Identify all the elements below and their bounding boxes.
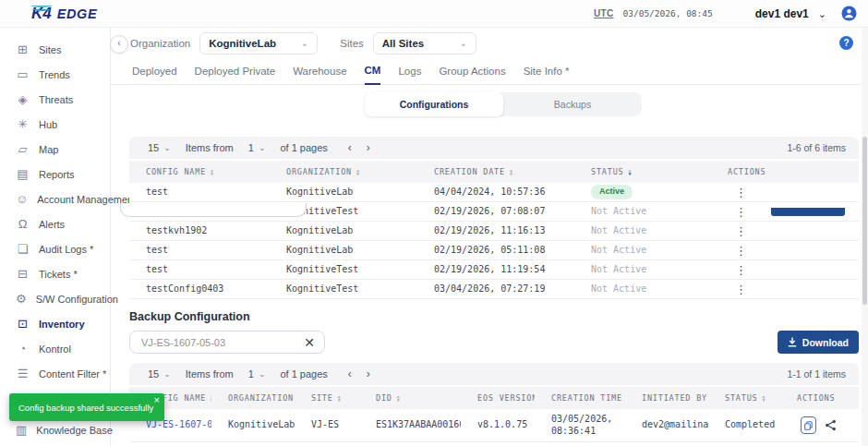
- knowledge-base-icon: ▥: [16, 423, 27, 437]
- download-icon: [788, 337, 797, 347]
- column-header: STATUS▲▼: [574, 167, 711, 176]
- tab-site-info[interactable]: Site Info *: [524, 66, 570, 84]
- download-button[interactable]: Download: [778, 331, 859, 354]
- help-icon[interactable]: ?: [839, 36, 853, 50]
- sidebar-item-hub[interactable]: ✳ Hub: [0, 112, 110, 137]
- share-icon[interactable]: [825, 419, 837, 431]
- status-cell: Not Active: [574, 283, 711, 295]
- header-datetime: 03/05/2026, 08:45: [623, 8, 713, 18]
- sidebar-item-trends[interactable]: ▭ Trends: [0, 62, 110, 87]
- sidebar-item-threats[interactable]: ◈ Threats: [0, 87, 110, 112]
- status-cell: Not Active: [574, 225, 711, 237]
- toast-close-icon[interactable]: ×: [154, 394, 160, 405]
- sort-icon[interactable]: ▲▼: [356, 168, 360, 176]
- kebab-menu-icon[interactable]: ⋮: [711, 186, 859, 199]
- status-cell: Active: [574, 185, 711, 199]
- sidebar-item-audit-logs[interactable]: ❏ Audit Logs *: [0, 236, 110, 261]
- tab-bar: DeployedDeployed PrivateWarehouseCMLogsG…: [111, 59, 868, 85]
- grid-icon: ⊞: [16, 42, 30, 56]
- tab-warehouse[interactable]: Warehouse: [293, 66, 346, 84]
- tab-cm[interactable]: CM: [365, 65, 381, 85]
- sort-icon[interactable]: ▲▼: [763, 394, 766, 403]
- sites-select[interactable]: All Sites ⌄: [373, 32, 476, 54]
- copy-icon[interactable]: [801, 416, 816, 434]
- prev-page-icon[interactable]: ‹: [348, 368, 352, 380]
- sites-label: Sites: [340, 38, 364, 49]
- backup-configuration-title: Backup Configuration: [129, 310, 859, 323]
- tab-deployed-private[interactable]: Deployed Private: [195, 66, 276, 84]
- ticket-icon: ⊟: [16, 267, 30, 281]
- backup-table-header: CONFIG NAME▲▼ORGANIZATION▲▼SITE▲▼DID▲▼EO…: [129, 385, 859, 409]
- tab-group-actions[interactable]: Group Actions: [439, 66, 505, 84]
- monitor-icon: ▭: [16, 67, 30, 81]
- sort-icon[interactable]: ▲▼: [510, 168, 513, 176]
- prev-page-icon[interactable]: ‹: [348, 142, 352, 153]
- sidebar-item-tickets[interactable]: ⊟ Tickets *: [0, 261, 110, 286]
- chevron-down-icon: ⌄: [301, 39, 308, 48]
- sort-icon[interactable]: ▲▼: [211, 168, 214, 176]
- tab-deployed[interactable]: Deployed: [132, 66, 177, 84]
- column-header: INITIATED BY▲▼: [625, 393, 708, 403]
- config-table-row: testConfig0403KognitiveTest03/04/2026, 0…: [129, 280, 859, 299]
- column-header: ORGANIZATION▲▼: [211, 393, 295, 403]
- clear-search-icon[interactable]: ✕: [295, 336, 324, 349]
- sidebar-item-s-w-configuration[interactable]: ⚙ S/W Configuration: [0, 286, 110, 311]
- organization-label: Organization: [130, 38, 190, 49]
- page-size-select[interactable]: 15⌄: [148, 368, 171, 380]
- subtab-configurations[interactable]: Configurations: [365, 92, 503, 116]
- sidebar-item-knowledge-base[interactable]: ▥ Knowledge Base: [0, 417, 110, 442]
- main-area: ‹ Organization KognitiveLab ⌄ Sites All …: [111, 28, 868, 446]
- kebab-menu-icon[interactable]: ⋮: [711, 263, 859, 277]
- subtab-backups[interactable]: Backups: [503, 92, 642, 116]
- column-header: CREATION DATE▲▼: [417, 167, 574, 176]
- sidebar-item-alerts[interactable]: Ω Alerts: [0, 211, 110, 236]
- utc-toggle[interactable]: UTC: [594, 8, 613, 18]
- config-table-row: testkvh1902KognitiveLab02/19/2026, 11:16…: [129, 222, 859, 241]
- sidebar-item-content-filter[interactable]: ☰ Content Filter *: [0, 361, 110, 386]
- column-header: ORGANIZATION▲▼: [270, 167, 417, 176]
- page-size-select[interactable]: 15⌄: [148, 142, 171, 153]
- sidebar-item-reports[interactable]: ▤ Reports: [0, 162, 110, 187]
- page-select[interactable]: 1⌄: [248, 142, 266, 153]
- chevron-down-icon[interactable]: ⌄: [818, 9, 826, 18]
- config-search-input-cutoff[interactable]: [120, 203, 307, 217]
- kontrol-icon: ◔: [16, 342, 30, 356]
- kebab-menu-icon[interactable]: ⋮: [711, 283, 859, 296]
- status-cell: Not Active: [574, 245, 711, 257]
- organization-select[interactable]: KognitiveLab ⌄: [199, 32, 318, 54]
- sidebar-item-kontrol[interactable]: ◔ Kontrol: [0, 336, 110, 361]
- user-menu[interactable]: dev1 dev1: [755, 7, 809, 20]
- backup-config-name-link[interactable]: VJ-ES-1607-05-: [129, 419, 211, 431]
- sort-icon[interactable]: ▲▼: [338, 394, 342, 403]
- column-header: ACTIONS: [780, 393, 859, 403]
- tab-logs[interactable]: Logs: [398, 66, 421, 84]
- next-page-icon[interactable]: ›: [367, 142, 370, 153]
- sidebar-item-inventory[interactable]: ⊡ Inventory: [0, 311, 110, 336]
- user-badge-icon[interactable]: [841, 6, 857, 21]
- sidebar-collapse-button[interactable]: ‹: [110, 35, 128, 54]
- sidebar-item-sites[interactable]: ⊞ Sites: [0, 37, 110, 62]
- column-header: CONFIG NAME▲▼: [129, 167, 270, 176]
- column-header: CREATION TIME▲▼: [535, 393, 625, 403]
- items-from-label: Items from: [186, 368, 234, 380]
- scrollbar-thumb[interactable]: [862, 137, 867, 305]
- sidebar-item-map[interactable]: ▱ Map: [0, 137, 110, 162]
- sort-icon[interactable]: ▲▼: [397, 394, 401, 403]
- column-header: EOS VERSION▲▼: [461, 393, 535, 403]
- account-icon: ☺: [16, 192, 28, 206]
- page-select[interactable]: 1⌄: [248, 368, 266, 380]
- backup-pagination-bar: 15⌄ Items from 1⌄ of 1 pages ‹ › 1-1 of …: [129, 363, 859, 385]
- kebab-menu-icon[interactable]: ⋮: [711, 244, 859, 258]
- sidebar-item-account-management[interactable]: ☺ Account Management: [0, 187, 110, 211]
- backup-search-input[interactable]: [130, 337, 295, 348]
- next-page-icon[interactable]: ›: [367, 368, 370, 380]
- sort-icon[interactable]: ▲▼: [629, 168, 633, 176]
- toast-notification: Config backup shared successfully ×: [9, 393, 164, 421]
- backup-search-box: ✕: [129, 331, 325, 354]
- create-config-button-cutoff[interactable]: [771, 208, 845, 216]
- pages-label: of 1 pages: [280, 142, 327, 153]
- vertical-scrollbar[interactable]: [862, 28, 868, 446]
- column-header: SITE▲▼: [295, 393, 359, 403]
- kebab-menu-icon[interactable]: ⋮: [711, 224, 859, 238]
- config-table-row: testKognitiveLab02/19/2026, 05:11:08Not …: [129, 241, 859, 260]
